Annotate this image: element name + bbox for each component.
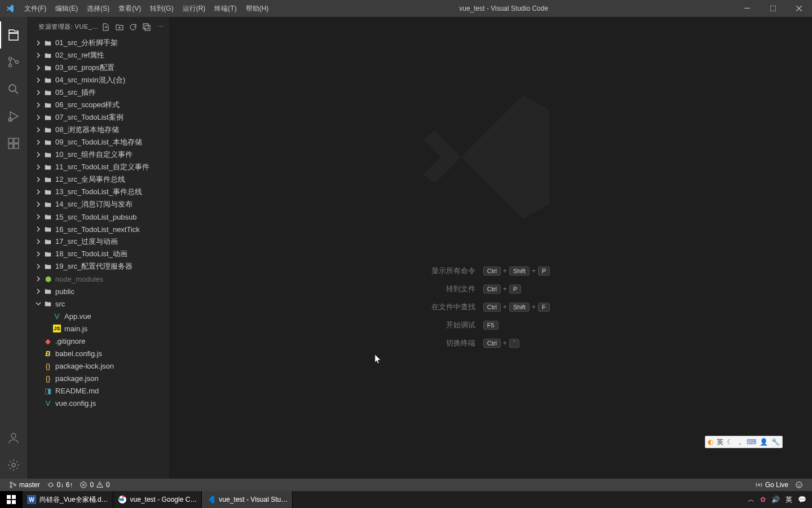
menu-查看(V)[interactable]: 查看(V) — [114, 0, 145, 17]
tree-row[interactable]: 15_src_TodoList_pubsub — [27, 211, 169, 223]
tree-row[interactable]: 03_src_props配置 — [27, 62, 169, 74]
git-branch[interactable]: master — [6, 479, 43, 491]
tree-row[interactable]: 08_浏览器本地存储 — [27, 124, 169, 136]
tree-row[interactable]: 01_src_分析脚手架 — [27, 37, 169, 49]
tree-row[interactable]: ◨README.md — [27, 384, 169, 397]
tray-chevron-icon[interactable]: ︿ — [748, 495, 754, 505]
settings-button[interactable] — [0, 452, 27, 479]
svg-point-3 — [9, 64, 12, 67]
ime-settings-icon[interactable]: 🔧 — [771, 438, 780, 446]
tree-row[interactable]: {}package-lock.json — [27, 360, 169, 372]
explorer-tab[interactable] — [0, 21, 27, 49]
start-button[interactable] — [0, 491, 23, 508]
tree-row[interactable]: public — [27, 285, 169, 297]
tree-row[interactable]: {}package.json — [27, 372, 169, 384]
tree-row[interactable]: ⬢node_modules — [27, 273, 169, 285]
ime-toolbar[interactable]: ◐ 英 ☾ ， ⌨ 👤 🔧 — [705, 436, 783, 448]
svg-rect-25 — [7, 500, 11, 504]
branch-name: master — [19, 481, 40, 489]
tree-row[interactable]: 18_src_TodoList_动画 — [27, 248, 169, 260]
tree-row[interactable]: 14_src_消息订阅与发布 — [27, 198, 169, 211]
feedback-icon[interactable] — [792, 479, 806, 491]
run-debug-tab[interactable] — [0, 103, 27, 130]
tree-row[interactable]: 07_src_TodoList案例 — [27, 111, 169, 124]
tree-row[interactable]: 09_src_TodoList_本地存储 — [27, 136, 169, 148]
tree-row[interactable]: 11_src_TodoList_自定义事件 — [27, 161, 169, 173]
tray-notifications-icon[interactable]: 💬 — [798, 496, 806, 503]
system-tray[interactable]: ︿ ✿ 🔊 英 💬 — [742, 495, 812, 505]
ime-moon-icon[interactable]: ☾ — [727, 438, 733, 446]
tree-row[interactable]: 10_src_组件自定义事件 — [27, 148, 169, 161]
ime-lang[interactable]: 英 — [717, 437, 723, 447]
tree-row[interactable]: JSmain.js — [27, 322, 169, 335]
tree-row[interactable]: 13_src_TodoList_事件总线 — [27, 186, 169, 198]
file-tree[interactable]: 01_src_分析脚手架02_src_ref属性03_src_props配置04… — [27, 37, 169, 479]
menu-终端(T)[interactable]: 终端(T) — [210, 0, 241, 17]
tree-row[interactable]: 12_src_全局事件总线 — [27, 173, 169, 186]
tray-lang[interactable]: 英 — [785, 495, 792, 505]
taskbar-item[interactable]: vue_test - Visual Stu… — [202, 491, 293, 508]
tree-row[interactable]: 06_src_scoped样式 — [27, 99, 169, 111]
explorer-sidebar: 资源管理器: VUE_T… ⋯ 01_src_分析脚手架02_src_ref属性… — [27, 17, 169, 479]
menu-帮助(H)[interactable]: 帮助(H) — [241, 0, 273, 17]
problems[interactable]: 0 0 — [76, 479, 113, 491]
source-control-tab[interactable] — [0, 49, 27, 76]
taskbar-item[interactable]: vue_test - Google C… — [113, 491, 202, 508]
new-folder-icon[interactable] — [115, 23, 124, 32]
extensions-tab[interactable] — [0, 130, 27, 157]
search-tab[interactable] — [0, 76, 27, 103]
refresh-icon[interactable] — [129, 23, 138, 32]
tray-volume-icon[interactable]: 🔊 — [771, 496, 780, 503]
shortcut-label: 显示所有命令 — [431, 266, 475, 276]
svg-rect-8 — [14, 138, 19, 143]
tree-row[interactable]: Vvue.config.js — [27, 397, 169, 409]
tree-row[interactable]: 04_src_mixin混入(合) — [27, 74, 169, 86]
svg-point-22 — [800, 484, 800, 484]
git-sync[interactable]: 0↓ 6↑ — [43, 479, 77, 491]
svg-point-30 — [121, 498, 124, 501]
close-button[interactable] — [786, 0, 812, 17]
tree-row[interactable]: 02_src_ref属性 — [27, 49, 169, 62]
windows-taskbar: W尚硅谷_Vue全家桶.d…vue_test - Google C…vue_te… — [0, 491, 812, 508]
shortcut-keys: Ctrl+Shift+P — [483, 266, 550, 275]
ime-keyboard-icon[interactable]: ⌨ — [747, 438, 756, 446]
taskbar-item[interactable]: W尚硅谷_Vue全家桶.d… — [23, 491, 113, 508]
statusbar: master 0↓ 6↑ 0 0 Go Live — [0, 479, 812, 491]
collapse-all-icon[interactable] — [142, 23, 151, 32]
go-live-button[interactable]: Go Live — [752, 479, 792, 491]
ime-comma-icon[interactable]: ， — [736, 437, 743, 447]
window-title: vue_test - Visual Studio Code — [273, 5, 734, 12]
mouse-cursor — [375, 354, 382, 365]
menu-编辑(E)[interactable]: 编辑(E) — [51, 0, 82, 17]
new-file-icon[interactable] — [102, 23, 111, 32]
shortcut-label: 开始调试 — [431, 320, 475, 330]
tree-row[interactable]: src — [27, 297, 169, 310]
menu-转到(G)[interactable]: 转到(G) — [145, 0, 178, 17]
svg-point-21 — [798, 484, 798, 484]
menu-选择(S)[interactable]: 选择(S) — [82, 0, 114, 17]
ime-user-icon[interactable]: 👤 — [760, 438, 768, 446]
tree-row[interactable]: ◆.gitignore — [27, 335, 169, 347]
svg-point-20 — [796, 482, 802, 488]
svg-rect-26 — [12, 500, 16, 504]
accounts-button[interactable] — [0, 424, 27, 452]
minimize-button[interactable] — [734, 0, 760, 17]
vscode-logo-watermark — [417, 84, 564, 232]
tree-row[interactable]: 05_src_插件 — [27, 86, 169, 99]
maximize-button[interactable] — [760, 0, 786, 17]
menu-文件(F)[interactable]: 文件(F) — [20, 0, 51, 17]
svg-rect-23 — [7, 495, 11, 499]
tree-row[interactable]: Bbabel.config.js — [27, 347, 169, 360]
tree-row[interactable]: 17_src_过度与动画 — [27, 235, 169, 248]
tray-app-icon[interactable]: ✿ — [760, 496, 766, 503]
tree-row[interactable]: 19_src_配置代理服务器 — [27, 260, 169, 273]
more-icon[interactable]: ⋯ — [156, 23, 165, 32]
warning-count: 0 — [106, 481, 110, 489]
svg-point-12 — [12, 463, 15, 467]
tree-row[interactable]: 16_src_TodoList_nextTick — [27, 223, 169, 235]
menu-运行(R)[interactable]: 运行(R) — [178, 0, 210, 17]
shortcut-label: 在文件中查找 — [431, 302, 475, 312]
go-live-label: Go Live — [765, 481, 788, 489]
shortcut-keys: F5 — [483, 321, 550, 330]
tree-row[interactable]: VApp.vue — [27, 310, 169, 322]
